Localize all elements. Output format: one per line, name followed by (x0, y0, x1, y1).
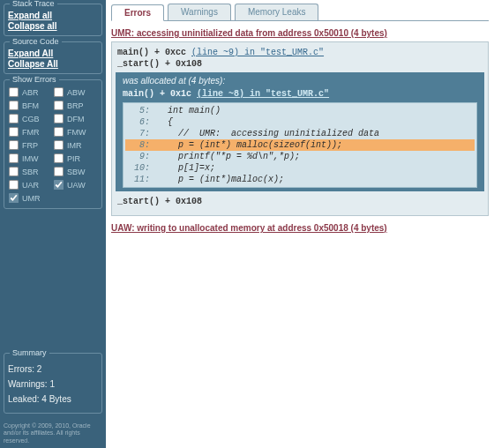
source-code-legend: Source Code (10, 37, 62, 46)
filter-checkbox-imw[interactable] (9, 153, 19, 163)
filter-checkbox-pir[interactable] (54, 153, 64, 163)
filter-cgb[interactable]: CGB (8, 113, 53, 124)
line-number: 11: (125, 174, 157, 185)
filter-checkbox-abr[interactable] (9, 87, 19, 97)
filter-bfm[interactable]: BFM (8, 100, 53, 111)
code-line: 11: p = (int*)malloc(x); (125, 174, 475, 185)
line-number: 8: (125, 139, 157, 151)
filter-checkbox-abw[interactable] (54, 87, 64, 97)
umr-title: UMR: accessing uninitialized data from a… (111, 28, 489, 38)
filter-label: CGB (22, 115, 40, 123)
umr-title-link[interactable]: UMR: accessing uninitialized data from a… (111, 28, 387, 38)
line-text: p = (int*) malloc(sizeof(int)); (157, 139, 342, 151)
filter-frp[interactable]: FRP (8, 139, 53, 151)
code-line: 9: printf("*p = %d\n",*p); (125, 151, 475, 162)
line-number: 10: (125, 162, 157, 174)
code-line: 6: { (125, 116, 475, 128)
stack-func: _start() + 0x108 (117, 59, 202, 69)
tab-errors[interactable]: Errors (111, 4, 164, 21)
show-errors-legend: Show Errors (10, 75, 59, 84)
line-number: 7: (125, 128, 157, 139)
code-line: 8: p = (int*) malloc(sizeof(int)); (125, 139, 475, 151)
sidebar: Stack Trace Expand all Collapse all Sour… (0, 0, 106, 448)
stack-location-link[interactable]: (line ~8) in "test_UMR.c" (197, 89, 329, 99)
expand-all-link[interactable]: Expand all (8, 11, 98, 20)
line-text: { (157, 116, 173, 128)
filter-pir[interactable]: PIR (53, 153, 98, 164)
filter-label: IMW (22, 154, 39, 163)
filter-checkbox-bfm[interactable] (9, 101, 19, 110)
stack-frame: _start() + 0x108 (117, 197, 483, 206)
summary-leaked: Leaked: 4 Bytes (8, 394, 98, 404)
line-number: 6: (125, 116, 157, 128)
filter-label: ABW (67, 88, 86, 97)
line-number: 9: (125, 151, 157, 162)
filter-checkbox-uar[interactable] (9, 180, 19, 190)
stack-func: main() + 0xcc (117, 48, 186, 57)
filter-abw[interactable]: ABW (53, 86, 98, 98)
source-code-panel: Source Code Expand All Collapse All (4, 41, 102, 74)
allocation-block: was allocated at (4 bytes): main() + 0x1… (116, 72, 484, 191)
line-number: 5: (125, 105, 157, 116)
line-text: p = (int*)malloc(x); (157, 174, 284, 185)
line-text: printf("*p = %d\n",*p); (157, 151, 300, 162)
summary-errors: Errors: 2 (8, 364, 98, 374)
allocation-stack-frame: main() + 0x1c (line ~8) in "test_UMR.c" (123, 89, 477, 99)
filter-fmr[interactable]: FMR (8, 126, 53, 138)
filter-checkbox-fmw[interactable] (54, 127, 64, 137)
filter-label: FMR (22, 128, 40, 137)
filter-checkbox-brp[interactable] (54, 101, 64, 110)
summary-legend: Summary (10, 348, 49, 357)
line-text: int main() (157, 105, 221, 116)
filter-checkbox-sbr[interactable] (9, 167, 19, 176)
filter-label: FMW (67, 128, 86, 137)
filter-label: PIR (67, 154, 80, 163)
allocation-message: was allocated at (4 bytes): (123, 76, 477, 86)
filter-checkbox-frp[interactable] (9, 140, 19, 150)
uaw-title: UAW: writing to unallocated memory at ad… (111, 223, 489, 233)
filter-uar[interactable]: UAR (8, 179, 53, 190)
stack-func: main() + 0x1c (123, 89, 191, 99)
collapse-all-src-link[interactable]: Collapse All (8, 59, 98, 69)
filter-label: FRP (22, 141, 38, 150)
filter-label: IMR (67, 141, 82, 150)
filter-checkbox-dfm[interactable] (54, 114, 64, 123)
filter-checkbox-fmr[interactable] (9, 127, 19, 137)
filter-dfm[interactable]: DFM (53, 113, 98, 124)
stack-location-link[interactable]: (line ~9) in "test_UMR.c" (191, 48, 324, 57)
filter-abr[interactable]: ABR (8, 86, 53, 98)
filter-checkbox-imr[interactable] (54, 140, 64, 150)
filter-uaw[interactable]: UAW (53, 179, 98, 190)
code-line: 10: p[1]=x; (125, 162, 475, 174)
expand-all-src-link[interactable]: Expand All (8, 49, 98, 58)
filter-checkbox-umr[interactable] (9, 193, 19, 203)
main-area: Errors Warnings Memory Leaks UMR: access… (106, 0, 494, 448)
filter-imr[interactable]: IMR (53, 139, 98, 151)
filter-label: UMR (22, 194, 41, 203)
filter-checkbox-sbw[interactable] (54, 167, 64, 176)
filter-label: BFM (22, 101, 39, 110)
tabs: Errors Warnings Memory Leaks (111, 4, 489, 21)
tab-memory-leaks[interactable]: Memory Leaks (235, 4, 319, 20)
tab-warnings[interactable]: Warnings (168, 4, 231, 20)
collapse-all-link[interactable]: Collapse all (8, 21, 98, 31)
filter-label: DFM (67, 115, 85, 123)
stack-frame: _start() + 0x108 (117, 59, 483, 69)
source-code-block: 5: int main()6: {7: // UMR: accessing un… (123, 102, 477, 188)
filter-checkbox-uaw[interactable] (54, 180, 64, 190)
stack-trace-legend: Stack Trace (10, 0, 57, 8)
line-text: p[1]=x; (157, 162, 215, 174)
filter-sbw[interactable]: SBW (53, 166, 98, 177)
filter-imw[interactable]: IMW (8, 153, 53, 164)
filter-brp[interactable]: BRP (53, 100, 98, 111)
filter-label: UAR (22, 181, 39, 190)
filter-sbr[interactable]: SBR (8, 166, 53, 177)
summary-panel: Summary Errors: 2 Warnings: 1 Leaked: 4 … (4, 353, 102, 414)
stack-trace-panel: Stack Trace Expand all Collapse all (4, 4, 102, 36)
uaw-title-link[interactable]: UAW: writing to unallocated memory at ad… (111, 223, 387, 233)
filter-list: ABRABWBFMBRPCGBDFMFMRFMWFRPIMRIMWPIRSBRS… (8, 86, 98, 205)
filter-fmw[interactable]: FMW (53, 126, 98, 138)
code-line: 7: // UMR: accessing uninitialized data (125, 128, 475, 139)
filter-checkbox-cgb[interactable] (9, 114, 19, 123)
filter-umr[interactable]: UMR (8, 192, 53, 204)
